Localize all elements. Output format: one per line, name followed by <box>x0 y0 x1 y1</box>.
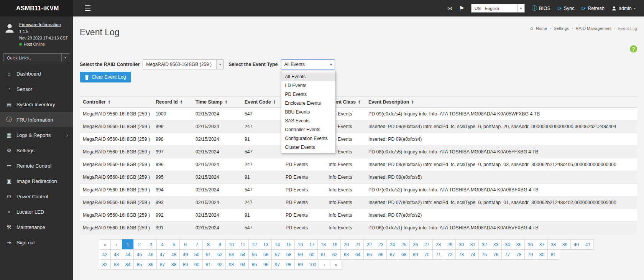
pagination-page-43[interactable]: 43 <box>110 249 122 260</box>
breadcrumb-item-raid-management[interactable]: RAID Management <box>576 26 612 31</box>
pagination-page-63[interactable]: 63 <box>340 249 352 260</box>
pagination-page-79[interactable]: 79 <box>524 249 536 260</box>
pagination-page-27[interactable]: 27 <box>421 239 433 250</box>
pagination-page-71[interactable]: 71 <box>432 249 444 260</box>
help-icon[interactable]: ? <box>630 45 637 53</box>
pagination-page-82[interactable]: 82 <box>99 259 111 270</box>
pagination-page-3[interactable]: 3 <box>145 239 157 250</box>
pagination-page-32[interactable]: 32 <box>478 239 490 250</box>
pagination-page-66[interactable]: 66 <box>375 249 387 260</box>
pagination-page-56[interactable]: 56 <box>260 249 272 260</box>
pagination-page-74[interactable]: 74 <box>467 249 479 260</box>
event-type-option-all-events[interactable]: All Events <box>281 72 335 81</box>
pagination-page-93[interactable]: 93 <box>225 259 237 270</box>
pagination-page-36[interactable]: 36 <box>524 239 536 250</box>
pagination-page-49[interactable]: 49 <box>179 249 191 260</box>
pagination-page-85[interactable]: 85 <box>133 259 145 270</box>
sidebar-item-system-inventory[interactable]: ▤System Inventory <box>0 97 73 112</box>
pagination-page-58[interactable]: 58 <box>283 249 295 260</box>
event-type-option-ld-events[interactable]: LD Events <box>281 81 335 90</box>
pagination-page-31[interactable]: 31 <box>467 239 479 250</box>
event-type-option-enclosure-events[interactable]: Enclosure Events <box>281 99 335 108</box>
pagination-page-96[interactable]: 96 <box>260 259 272 270</box>
pagination-page-52[interactable]: 52 <box>214 249 226 260</box>
pagination-next-button[interactable]: › <box>319 259 330 270</box>
pagination-page-48[interactable]: 48 <box>168 249 180 260</box>
pagination-page-89[interactable]: 89 <box>179 259 191 270</box>
clear-event-log-button[interactable]: Clear Event Log <box>80 72 131 82</box>
pagination-first-button[interactable]: « <box>99 239 111 250</box>
pagination-page-11[interactable]: 11 <box>237 239 249 250</box>
pagination-page-7[interactable]: 7 <box>191 239 203 250</box>
sidebar-item-settings[interactable]: ⚙Settings <box>0 143 73 158</box>
alert-flag-icon[interactable]: ⚑ <box>459 5 464 12</box>
pagination-page-91[interactable]: 91 <box>202 259 214 270</box>
pagination-page-77[interactable]: 77 <box>501 249 513 260</box>
pagination-page-76[interactable]: 76 <box>490 249 502 260</box>
pagination-page-1[interactable]: 1 <box>122 239 134 250</box>
pagination-page-30[interactable]: 30 <box>455 239 467 250</box>
pagination-page-22[interactable]: 22 <box>363 239 375 250</box>
pagination-page-73[interactable]: 73 <box>455 249 467 260</box>
pagination-page-39[interactable]: 39 <box>559 239 571 250</box>
pagination-page-64[interactable]: 64 <box>352 249 364 260</box>
pagination-page-55[interactable]: 55 <box>248 249 260 260</box>
pagination-page-17[interactable]: 17 <box>306 239 318 250</box>
pagination-page-86[interactable]: 86 <box>145 259 157 270</box>
menu-icon[interactable]: ☰ <box>84 4 91 13</box>
pagination-page-68[interactable]: 68 <box>398 249 410 260</box>
pagination-page-81[interactable]: 81 <box>547 249 559 260</box>
pagination-page-90[interactable]: 90 <box>191 259 203 270</box>
user-menu[interactable]: admin ▾ <box>611 6 636 11</box>
pagination-page-88[interactable]: 88 <box>168 259 180 270</box>
pagination-page-70[interactable]: 70 <box>421 249 433 260</box>
pagination-page-46[interactable]: 46 <box>145 249 157 260</box>
pagination-page-100[interactable]: 100 <box>306 259 319 270</box>
pagination-page-51[interactable]: 51 <box>202 249 214 260</box>
pagination-page-13[interactable]: 13 <box>260 239 272 250</box>
pagination-page-57[interactable]: 57 <box>271 249 283 260</box>
sidebar-item-image-redirection[interactable]: ▣Image Redirection <box>0 173 73 189</box>
pagination-page-15[interactable]: 15 <box>283 239 295 250</box>
pagination-page-23[interactable]: 23 <box>375 239 387 250</box>
pagination-page-8[interactable]: 8 <box>202 239 214 250</box>
pagination-page-54[interactable]: 54 <box>237 249 249 260</box>
pagination-page-67[interactable]: 67 <box>386 249 398 260</box>
pagination-page-33[interactable]: 33 <box>490 239 502 250</box>
pagination-page-99[interactable]: 99 <box>294 259 306 270</box>
pagination-page-2[interactable]: 2 <box>133 239 145 250</box>
pagination-page-6[interactable]: 6 <box>179 239 191 250</box>
event-type-option-cluster-events[interactable]: Cluster Events <box>281 143 335 152</box>
pagination-page-41[interactable]: 41 <box>582 239 594 250</box>
pagination-page-53[interactable]: 53 <box>225 249 237 260</box>
breadcrumb-item-settings[interactable]: Settings <box>554 26 569 31</box>
mail-icon[interactable]: ✉ <box>447 5 452 12</box>
pagination-page-34[interactable]: 34 <box>501 239 513 250</box>
pagination-page-29[interactable]: 29 <box>444 239 456 250</box>
refresh-button[interactable]: ⟳ Refresh <box>581 5 605 12</box>
pagination-page-14[interactable]: 14 <box>271 239 283 250</box>
pagination-page-16[interactable]: 16 <box>294 239 306 250</box>
sidebar-item-sensor[interactable]: ◔Sensor <box>0 81 73 97</box>
pagination-page-59[interactable]: 59 <box>294 249 306 260</box>
pagination-page-98[interactable]: 98 <box>283 259 295 270</box>
column-header-event-description[interactable]: Event Description▲▼ <box>365 97 637 108</box>
event-type-option-sas-events[interactable]: SAS Events <box>281 117 335 125</box>
pagination-page-47[interactable]: 47 <box>156 249 168 260</box>
quick-links-select[interactable]: Quick Links.. ▾ <box>3 53 69 62</box>
sidebar-item-power-control[interactable]: ⊙Power Control <box>0 189 73 204</box>
sync-button[interactable]: ⟳ Sync <box>557 5 575 12</box>
event-type-option-pd-events[interactable]: PD Events <box>281 90 335 99</box>
sidebar-item-sign-out[interactable]: ⇥Sign out <box>0 235 73 250</box>
sidebar-item-fru-information[interactable]: ⓘFRU Information <box>0 112 73 127</box>
pagination-page-42[interactable]: 42 <box>99 249 111 260</box>
pagination-page-69[interactable]: 69 <box>409 249 421 260</box>
pagination-page-92[interactable]: 92 <box>214 259 226 270</box>
pagination-page-18[interactable]: 18 <box>317 239 329 250</box>
column-header-controller[interactable]: Controller▲▼ <box>80 97 153 108</box>
pagination-page-84[interactable]: 84 <box>122 259 134 270</box>
pagination-prev-button[interactable]: ‹ <box>110 239 122 250</box>
pagination-page-24[interactable]: 24 <box>386 239 398 250</box>
pagination-page-25[interactable]: 25 <box>398 239 410 250</box>
pagination-last-button[interactable]: » <box>330 259 342 270</box>
